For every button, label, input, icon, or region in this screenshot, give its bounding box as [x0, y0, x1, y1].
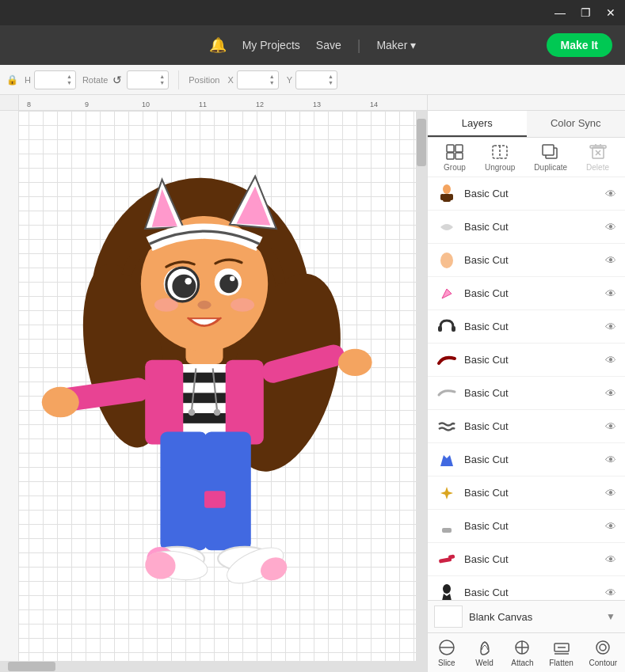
make-it-button[interactable]: Make It [547, 33, 612, 57]
slice-tool[interactable]: Slice [436, 638, 458, 667]
contour-tool[interactable]: Contour [589, 638, 618, 667]
close-button[interactable]: ✕ [603, 5, 619, 21]
blank-canvas-row[interactable]: Blank Canvas ▼ [428, 600, 625, 632]
rotate-icon: ↺ [112, 74, 122, 86]
contour-icon [592, 638, 614, 657]
svg-point-69 [443, 584, 451, 594]
layer-item[interactable]: Basic Cut 👁 [428, 277, 625, 310]
svg-point-12 [338, 349, 372, 376]
layer-thumbnail [434, 547, 459, 572]
height-spinner[interactable]: ▲ ▼ [67, 74, 72, 85]
group-tool[interactable]: Group [444, 142, 466, 172]
layer-thumbnail [434, 281, 459, 306]
layer-eye-toggle[interactable]: 👁 [603, 419, 619, 435]
minimize-button[interactable]: — [552, 5, 568, 21]
layer-thumbnail [434, 314, 459, 340]
layer-eye-toggle[interactable]: 👁 [603, 252, 619, 268]
layer-eye-toggle[interactable]: 👁 [603, 352, 619, 368]
save-link[interactable]: Save [316, 39, 341, 51]
horizontal-scrollbar[interactable] [0, 661, 416, 672]
x-spinner[interactable]: ▲ ▼ [269, 74, 275, 85]
blank-canvas-eye[interactable]: ▼ [603, 609, 619, 625]
tab-color-sync[interactable]: Color Sync [527, 111, 626, 137]
svg-rect-13 [160, 432, 207, 551]
layer-item[interactable]: Basic Cut 👁 [428, 510, 625, 543]
layer-item[interactable]: Basic Cut 👁 [428, 310, 625, 344]
svg-point-35 [231, 298, 254, 312]
x-input[interactable] [241, 75, 269, 85]
ungroup-tool[interactable]: Ungroup [485, 142, 515, 172]
maximize-button[interactable]: ❐ [577, 5, 593, 21]
blank-canvas-thumbnail [434, 606, 463, 628]
flatten-icon [551, 638, 573, 657]
layer-eye-toggle[interactable]: 👁 [603, 485, 619, 501]
header-nav: 🔔 My Projects Save | Maker ▾ [209, 36, 417, 54]
layer-item[interactable]: Basic Cut 👁 [428, 543, 625, 576]
flatten-tool[interactable]: Flatten [549, 638, 574, 667]
y-input[interactable] [299, 75, 328, 85]
horizontal-ruler: 8 9 10 11 12 13 14 [19, 95, 427, 111]
layer-eye-toggle[interactable]: 👁 [603, 186, 619, 202]
right-panel: Layers Color Sync Group Ungroup [427, 111, 625, 672]
layer-eye-toggle[interactable]: 👁 [603, 452, 619, 468]
y-spinner[interactable]: ▲ ▼ [328, 74, 333, 85]
duplicate-tool[interactable]: Duplicate [534, 142, 567, 172]
rotate-input[interactable] [131, 75, 159, 85]
layer-eye-toggle[interactable]: 👁 [603, 219, 619, 235]
height-input-wrap: ▲ ▼ [34, 70, 76, 89]
panel-toolbar: Group Ungroup Duplicate [428, 138, 625, 177]
canvas-area[interactable] [0, 111, 427, 672]
layer-name: Basic Cut [464, 587, 598, 598]
layers-list[interactable]: Basic Cut 👁 Basic Cut 👁 Basic Cut [428, 177, 625, 600]
svg-point-30 [185, 278, 192, 285]
rotate-spinner[interactable]: ▲ ▼ [159, 74, 165, 85]
rotate-group: Rotate ↺ ▲ ▼ [82, 70, 169, 89]
tab-layers[interactable]: Layers [428, 111, 527, 137]
layer-item[interactable]: Basic Cut 👁 [428, 410, 625, 443]
bell-icon[interactable]: 🔔 [209, 36, 227, 54]
attach-tool[interactable]: Attach [511, 638, 533, 667]
layer-item[interactable]: Basic Cut 👁 [428, 244, 625, 277]
svg-rect-65 [452, 326, 455, 332]
header-divider: | [357, 37, 361, 54]
layer-eye-toggle[interactable]: 👁 [603, 385, 619, 401]
layer-eye-toggle[interactable]: 👁 [603, 319, 619, 335]
layer-item[interactable]: Basic Cut 👁 [428, 476, 625, 510]
maker-dropdown[interactable]: Maker ▾ [376, 39, 416, 51]
x-label: X [227, 75, 233, 85]
svg-rect-60 [440, 194, 444, 200]
layer-item[interactable]: Basic Cut 👁 [428, 443, 625, 476]
horizontal-scroll-thumb[interactable] [8, 662, 55, 671]
svg-rect-64 [438, 326, 442, 332]
grid-canvas[interactable] [0, 111, 416, 661]
character-illustration [22, 119, 387, 609]
layer-item[interactable]: Basic Cut 👁 [428, 576, 625, 600]
svg-rect-68 [448, 554, 455, 559]
height-group: H ▲ ▼ [25, 70, 76, 89]
layer-eye-toggle[interactable]: 👁 [603, 552, 619, 568]
layer-eye-toggle[interactable]: 👁 [603, 585, 619, 601]
layer-item[interactable]: Basic Cut 👁 [428, 377, 625, 410]
vertical-scroll-thumb[interactable] [417, 119, 426, 166]
vertical-ruler [0, 111, 19, 661]
maker-chevron-icon: ▾ [410, 39, 416, 51]
layer-eye-toggle[interactable]: 👁 [603, 518, 619, 534]
svg-rect-45 [455, 145, 463, 152]
delete-tool[interactable]: Delete [586, 142, 609, 172]
my-projects-link[interactable]: My Projects [242, 39, 300, 51]
layer-eye-toggle[interactable]: 👁 [603, 286, 619, 302]
svg-point-28 [172, 275, 196, 298]
slice-label: Slice [438, 659, 455, 667]
vertical-scrollbar[interactable] [416, 111, 427, 672]
bottom-tools: Slice Weld Attach [428, 632, 625, 672]
group-icon [444, 142, 466, 161]
svg-point-34 [154, 298, 178, 312]
layer-name: Basic Cut [464, 254, 598, 266]
layer-item[interactable]: Basic Cut 👁 [428, 344, 625, 377]
layer-item[interactable]: Basic Cut 👁 [428, 211, 625, 244]
layer-item[interactable]: Basic Cut 👁 [428, 177, 625, 211]
svg-point-62 [440, 252, 453, 268]
weld-tool[interactable]: Weld [474, 638, 496, 667]
svg-rect-66 [442, 528, 452, 533]
height-input[interactable] [38, 75, 67, 85]
